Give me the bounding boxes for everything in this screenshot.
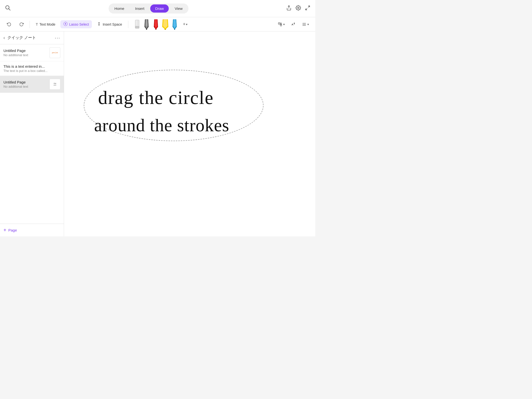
svg-point-14 bbox=[146, 29, 147, 30]
svg-rect-24 bbox=[278, 23, 280, 24]
page1-subtitle: No additional text bbox=[3, 53, 47, 57]
ink-button[interactable] bbox=[289, 21, 298, 28]
add-page-label: Page bbox=[8, 228, 17, 232]
sidebar-item-page1[interactable]: Untitled Page No additional text pen (on bbox=[0, 44, 64, 61]
svg-point-3 bbox=[298, 7, 299, 9]
sidebar-more-button[interactable]: ··· bbox=[55, 35, 60, 41]
add-tool-button[interactable]: + ▾ bbox=[181, 20, 190, 28]
shapes-button[interactable]: ▾ bbox=[275, 21, 287, 28]
page2-title: Untitled Page bbox=[3, 80, 47, 84]
nav-tabs: Home Insert Draw View bbox=[109, 3, 189, 14]
text1-title: This is a text entered in... bbox=[3, 64, 60, 68]
sidebar-item-text1[interactable]: This is a text entered in... The text is… bbox=[0, 61, 64, 76]
top-nav: Home Insert Draw View bbox=[0, 0, 315, 17]
svg-point-6 bbox=[65, 24, 66, 24]
yellow-highlighter-tool[interactable] bbox=[161, 19, 169, 30]
svg-text:around the strokes: around the strokes bbox=[94, 116, 229, 135]
text-mode-label: Text Mode bbox=[39, 22, 55, 26]
divider-2 bbox=[128, 21, 128, 28]
red-pen-tool[interactable] bbox=[152, 19, 160, 30]
add-page-icon: + bbox=[3, 227, 6, 233]
svg-line-5 bbox=[306, 8, 307, 10]
insert-space-button[interactable]: Insert Space bbox=[94, 20, 125, 28]
text-mode-button[interactable]: T Text Mode bbox=[33, 21, 58, 28]
sidebar-header: ‹ クイック ノート ··· bbox=[0, 32, 64, 44]
svg-line-4 bbox=[308, 6, 310, 7]
tab-insert[interactable]: Insert bbox=[130, 4, 150, 13]
add-dropdown-icon: ▾ bbox=[186, 23, 187, 26]
add-page-button[interactable]: + Page bbox=[0, 224, 64, 236]
expand-icon[interactable] bbox=[305, 5, 310, 12]
tab-home[interactable]: Home bbox=[110, 4, 129, 13]
text1-subtitle: The text is put in a box called... bbox=[3, 69, 60, 73]
divider-1 bbox=[30, 21, 30, 28]
search-button[interactable] bbox=[5, 5, 11, 12]
svg-rect-10 bbox=[136, 20, 137, 25]
toolbar: T Text Mode Lasso Select Insert Space bbox=[0, 17, 315, 32]
undo-button[interactable] bbox=[4, 21, 14, 28]
page2-subtitle: No additional text bbox=[3, 85, 47, 88]
blue-pen-tool[interactable] bbox=[171, 19, 179, 30]
page1-title: Untitled Page bbox=[3, 49, 47, 53]
page2-thumbnail: dragarou bbox=[50, 79, 60, 90]
main-content: ‹ クイック ノート ··· Untitled Page No addition… bbox=[0, 32, 315, 236]
sidebar: ‹ クイック ノート ··· Untitled Page No addition… bbox=[0, 32, 64, 236]
svg-rect-9 bbox=[135, 26, 139, 28]
canvas-svg: .hw { font-family: 'Patrick Hand', 'Sego… bbox=[64, 32, 315, 236]
sidebar-item-page2[interactable]: Untitled Page No additional text dragaro… bbox=[0, 76, 64, 93]
text-mode-icon: T bbox=[36, 22, 38, 26]
pen-tools bbox=[133, 19, 179, 30]
canvas-area[interactable]: .hw { font-family: 'Patrick Hand', 'Sego… bbox=[64, 32, 315, 236]
eraser-tool[interactable] bbox=[133, 19, 141, 30]
more-draw-button[interactable]: ▾ bbox=[299, 21, 311, 28]
svg-point-0 bbox=[6, 6, 9, 9]
redo-button[interactable] bbox=[16, 21, 27, 28]
insert-space-label: Insert Space bbox=[103, 22, 122, 26]
svg-line-1 bbox=[9, 9, 11, 10]
share-icon[interactable] bbox=[286, 5, 292, 12]
black-pen-tool[interactable] bbox=[143, 19, 150, 30]
svg-point-23 bbox=[174, 29, 175, 30]
insert-space-icon bbox=[97, 22, 101, 27]
tab-view[interactable]: View bbox=[170, 4, 187, 13]
settings-icon[interactable] bbox=[296, 5, 301, 12]
svg-point-25 bbox=[280, 24, 282, 26]
lasso-select-button[interactable]: Lasso Select bbox=[60, 20, 92, 28]
svg-point-17 bbox=[155, 29, 156, 30]
sidebar-title: クイック ノート bbox=[7, 35, 52, 40]
svg-text:drag the circle: drag the circle bbox=[98, 87, 214, 108]
tab-draw[interactable]: Draw bbox=[150, 4, 169, 13]
add-icon: + bbox=[183, 22, 186, 27]
sidebar-back-button[interactable]: ‹ bbox=[3, 35, 5, 40]
toolbar-right: ▾ ▾ bbox=[275, 21, 311, 28]
page1-thumbnail: pen (on bbox=[50, 47, 60, 58]
lasso-icon bbox=[63, 22, 68, 27]
lasso-select-label: Lasso Select bbox=[69, 22, 89, 26]
nav-right-icons bbox=[286, 5, 310, 12]
